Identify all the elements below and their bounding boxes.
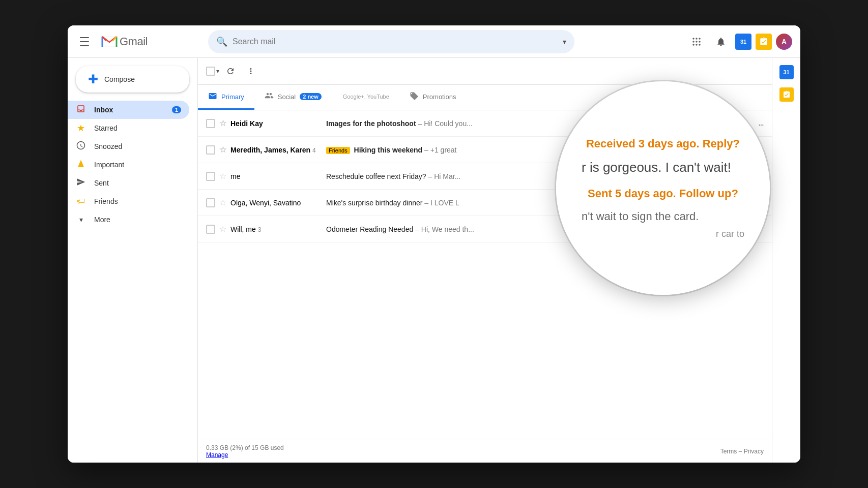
social-tab-badge: 2 new [300,93,322,100]
email-subject-4: Mike's surprise birthday dinner [326,199,422,207]
tasks-icon [759,37,768,46]
tab-social[interactable]: Social 2 new Google+, YouTube [254,85,399,110]
inbox-badge: 1 [172,106,181,113]
star-icon-5[interactable]: ☆ [219,224,226,234]
magnifier-text-card: n't wait to sign the card. [571,209,755,224]
header-right: 31 A [686,32,792,52]
footer-separator: – [739,448,744,455]
refresh-button[interactable] [221,62,240,80]
email-preview-5: – Hi, We need th... [415,225,474,233]
svg-point-6 [692,44,695,46]
right-panel: 31 [772,58,800,463]
sent-label: Sent [94,179,109,187]
more-options-button[interactable] [242,62,260,80]
magnifier-text-received: Received 3 days ago. Reply? [586,137,740,151]
primary-tab-label: Primary [221,93,244,101]
email-preview-1: – Hi! Could you... [418,119,472,128]
apps-button[interactable] [686,32,707,52]
tasks-side-button[interactable] [776,84,797,105]
email-checkbox-3[interactable] [206,172,215,181]
email-preview-3: – Hi Mar... [428,172,461,180]
storage-info: 0.33 GB (2%) of 15 GB used Manage [206,444,284,459]
important-icon [76,159,86,171]
inbox-icon [76,104,86,116]
footer-links: Terms – Privacy [720,448,764,455]
terms-link[interactable]: Terms [720,448,737,455]
email-subject-3: Reschedule coffee next Friday? [326,172,426,180]
snoozed-icon [76,141,86,152]
search-placeholder-text: Search mail [233,37,558,46]
select-all-checkbox[interactable] [206,67,215,76]
gmail-logo: Gmail [101,34,148,50]
svg-point-4 [696,41,698,43]
hamburger-icon [80,36,92,48]
magnifier-text-sent: Sent 5 days ago. Follow up? [588,187,738,201]
sidebar-item-sent[interactable]: Sent [68,174,189,192]
promotions-tab-icon [410,92,419,102]
magnifier-text-car: r car to [571,229,755,239]
friends-label: Friends [94,197,118,205]
tab-primary[interactable]: Primary [198,85,254,110]
more-label: More [94,216,110,224]
svg-point-5 [699,41,701,43]
svg-point-7 [696,44,698,46]
tasks-badge[interactable] [756,34,772,50]
email-sender-3: me [230,172,322,180]
star-icon-4[interactable]: ☆ [219,198,226,207]
email-checkbox-1[interactable] [206,119,215,128]
svg-point-0 [692,38,695,40]
email-sender-2: Meredith, James, Karen 4 [230,146,322,154]
gmail-label: Gmail [120,35,148,48]
apps-icon [691,37,702,47]
sidebar: ✚ Compose Inbox 1 ★ Starred Snoozed [68,58,198,463]
tasks-side-icon [779,87,794,102]
header: Gmail 🔍 Search mail ▾ [68,25,800,58]
sidebar-item-inbox[interactable]: Inbox 1 [68,101,189,119]
email-checkbox-2[interactable] [206,145,215,155]
star-icon-1[interactable]: ☆ [219,118,226,128]
magnifier-overlay: Received 3 days ago. Reply? r is gorgeou… [556,81,770,295]
select-all-checkbox-wrapper[interactable]: ▾ [206,67,219,76]
privacy-link[interactable]: Privacy [744,448,764,455]
star-icon-2[interactable]: ☆ [219,145,226,155]
search-bar[interactable]: 🔍 Search mail ▾ [208,30,574,53]
avatar[interactable]: A [776,34,792,50]
email-subject-5: Odometer Reading Needed [326,225,413,233]
magnifier-text-gorgeous: r is gorgeous. I can't wait! [571,159,755,176]
email-checkbox-4[interactable] [206,198,215,207]
compose-button[interactable]: ✚ Compose [76,66,189,93]
star-icon-3[interactable]: ☆ [219,171,226,181]
search-dropdown-icon[interactable]: ▾ [563,38,566,46]
email-sender-4: Olga, Wenyi, Savatino [230,199,322,207]
select-dropdown-icon[interactable]: ▾ [216,68,219,75]
sidebar-item-more[interactable]: ▾ More [68,210,189,229]
search-icon: 🔍 [216,36,227,47]
hamburger-button[interactable] [76,32,96,52]
svg-point-2 [699,38,701,40]
email-sender-5: Will, me 3 [230,225,322,233]
sidebar-item-starred[interactable]: ★ Starred [68,119,189,137]
calendar-badge[interactable]: 31 [735,34,751,50]
primary-tab-icon [208,92,217,102]
manage-link[interactable]: Manage [206,451,228,459]
compose-plus-icon: ✚ [88,73,98,85]
tab-promotions[interactable]: Promotions [399,85,467,110]
notifications-button[interactable] [711,32,731,52]
email-preview-2: – +1 great [424,146,456,154]
sidebar-item-snoozed[interactable]: Snoozed [68,137,189,156]
calendar-side-button[interactable]: 31 [776,62,797,82]
social-tab-label: Social [278,93,296,101]
bell-icon [716,37,726,47]
promotions-tab-label: Promotions [423,93,456,101]
starred-label: Starred [94,124,118,132]
sidebar-item-friends[interactable]: 🏷 Friends [68,192,189,210]
friends-icon: 🏷 [76,197,86,206]
sidebar-item-important[interactable]: Important [68,156,189,174]
refresh-icon [226,67,235,76]
social-tab-icon [265,91,274,102]
email-checkbox-5[interactable] [206,225,215,234]
snoozed-label: Snoozed [94,142,122,150]
sent-icon [76,177,86,189]
more-chevron-icon: ▾ [76,216,86,224]
svg-point-3 [692,41,695,43]
